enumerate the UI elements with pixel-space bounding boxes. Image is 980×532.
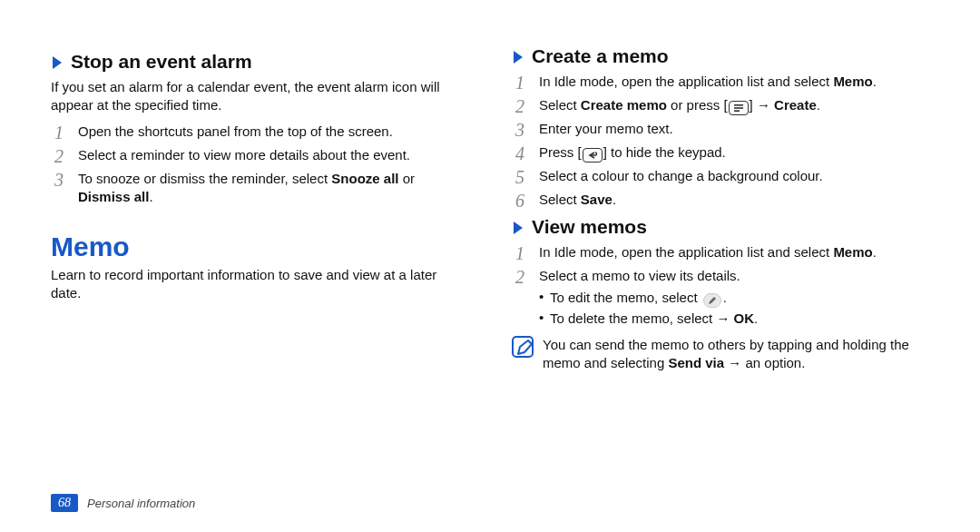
section-name: Personal information [87, 497, 195, 510]
step-number: 2 [512, 267, 528, 330]
step-number: 3 [51, 170, 67, 207]
list-item: 2 Select Create memo or press [] → Creat… [512, 96, 929, 116]
list-item: 2 Select a reminder to view more details… [51, 146, 468, 166]
step-number: 2 [51, 146, 67, 166]
step-number: 1 [512, 73, 528, 93]
stop-alarm-intro: If you set an alarm for a calendar event… [51, 78, 468, 115]
svg-marker-5 [514, 222, 523, 234]
list-item: To delete the memo, select → OK. [539, 310, 758, 328]
heading-create-memo: Create a memo [512, 45, 929, 69]
svg-marker-1 [514, 51, 523, 64]
step-number: 1 [51, 123, 67, 143]
list-item: 5 Select a colour to change a background… [512, 167, 929, 187]
list-item: 1 In Idle mode, open the application lis… [512, 243, 929, 263]
page-footer: 68 Personal information [51, 494, 195, 512]
list-item: 3 To snooze or dismiss the reminder, sel… [51, 170, 468, 207]
page-number-badge: 68 [51, 494, 78, 512]
step-number: 2 [512, 96, 528, 116]
list-item: 1 In Idle mode, open the application lis… [512, 73, 929, 93]
memo-intro: Learn to record important information to… [51, 266, 468, 303]
chevron-right-icon [512, 218, 524, 240]
back-key-icon [583, 148, 603, 163]
heading-stop-alarm: Stop an event alarm [51, 51, 468, 74]
svg-marker-0 [53, 56, 62, 69]
step-number: 4 [512, 143, 528, 163]
menu-key-icon [729, 101, 749, 115]
chevron-right-icon [512, 47, 524, 69]
note-icon [512, 336, 534, 358]
list-item: 2 Select a memo to view its details. To … [512, 267, 929, 330]
svg-rect-3 [734, 107, 743, 109]
list-item: 6 Select Save. [512, 191, 929, 211]
heading-view-memos: View memos [512, 216, 929, 240]
list-item: 4 Press [] to hide the keypad. [512, 143, 929, 163]
svg-rect-2 [734, 104, 743, 106]
step-number: 5 [512, 167, 528, 187]
list-item: To edit the memo, select . [539, 289, 758, 308]
chevron-right-icon [51, 53, 64, 74]
list-item: 1 Open the shortcuts panel from the top … [51, 123, 468, 143]
pencil-icon [703, 293, 721, 308]
step-number: 6 [512, 191, 528, 211]
note-callout: You can send the memo to others by tappi… [512, 336, 929, 373]
svg-rect-4 [734, 110, 740, 112]
step-number: 3 [512, 120, 528, 140]
list-item: 3 Enter your memo text. [512, 120, 929, 140]
step-number: 1 [512, 243, 528, 263]
heading-memo: Memo [51, 232, 468, 262]
